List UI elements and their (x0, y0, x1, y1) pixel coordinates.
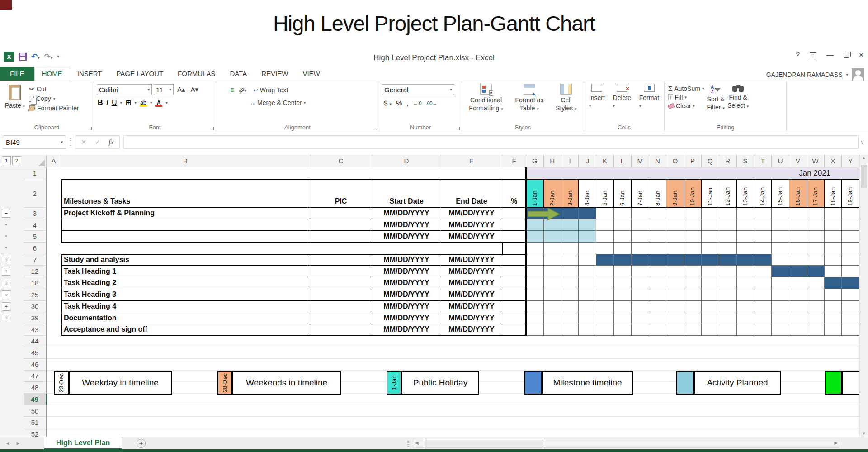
percent-cell-30[interactable] (502, 301, 526, 313)
gantt-cell-7-8-Jan[interactable] (649, 254, 667, 266)
column-header-N[interactable]: N (649, 155, 667, 167)
row-header-46[interactable]: 46 (24, 359, 47, 371)
gantt-cell-7-10-Jan[interactable] (684, 254, 702, 266)
gantt-cell-18-7-Jan[interactable] (632, 277, 649, 289)
borders-icon[interactable]: ⊞ (125, 98, 131, 107)
row-header-48[interactable]: 48 (24, 382, 47, 394)
gantt-cell-39-12-Jan[interactable] (719, 312, 737, 324)
percent-cell-3[interactable] (502, 208, 526, 219)
gantt-cell-25-12-Jan[interactable] (719, 289, 737, 301)
gantt-cell-3-14-Jan[interactable] (754, 208, 772, 219)
gantt-cell-3-16-Jan[interactable] (789, 208, 807, 219)
gantt-cell-39-3-Jan[interactable] (561, 312, 579, 324)
gantt-cell-12-2-Jan[interactable] (544, 266, 561, 277)
gantt-cell-4-3-Jan[interactable] (561, 219, 579, 231)
gantt-cell-30-10-Jan[interactable] (684, 301, 702, 313)
cell-a39[interactable] (47, 312, 61, 324)
task-cell-30[interactable]: Task Heading 4 (61, 301, 310, 313)
horizontal-scroll-thumb[interactable] (425, 440, 543, 447)
minimize-icon[interactable]: — (826, 51, 834, 59)
pic-cell-7[interactable] (310, 254, 372, 266)
gantt-cell-18-12-Jan[interactable] (719, 277, 737, 289)
gantt-cell-6-7-Jan[interactable] (632, 243, 649, 254)
gantt-cell-43-7-Jan[interactable] (632, 324, 649, 336)
pic-cell-12[interactable] (310, 266, 372, 277)
gantt-cell-5-12-Jan[interactable] (719, 231, 737, 243)
gantt-cell-39-5-Jan[interactable] (596, 312, 614, 324)
scroll-right-icon[interactable]: ▶ (834, 440, 838, 445)
gantt-cell-7-18-Jan[interactable] (825, 254, 842, 266)
gantt-cell-18-11-Jan[interactable] (702, 277, 719, 289)
font-size-select[interactable]: 11▾ (154, 84, 174, 95)
task-cell-18[interactable]: Task Heading 2 (61, 277, 310, 289)
gantt-cell-39-11-Jan[interactable] (702, 312, 719, 324)
insert-cells-button[interactable]: ← Insert▾ (589, 84, 605, 124)
percent-style-icon[interactable]: % (396, 99, 402, 107)
gantt-cell-30-1-Jan[interactable] (526, 301, 544, 313)
gantt-cell-3-17-Jan[interactable] (807, 208, 825, 219)
gantt-cell-39-8-Jan[interactable] (649, 312, 667, 324)
gantt-cell-39-10-Jan[interactable] (684, 312, 702, 324)
percent-cell-43[interactable] (502, 324, 526, 336)
month-banner[interactable]: Jan 2021 (526, 167, 859, 179)
column-header-F[interactable]: F (502, 155, 526, 167)
gantt-cell-30-17-Jan[interactable] (807, 301, 825, 313)
task-cell-7[interactable]: Study and analysis (61, 254, 310, 266)
gantt-cell-39-16-Jan[interactable] (789, 312, 807, 324)
gantt-cell-12-4-Jan[interactable] (579, 266, 596, 277)
gantt-cell-39-1-Jan[interactable] (526, 312, 544, 324)
collapse-outline-button[interactable]: − (2, 209, 10, 218)
gantt-cell-43-19-Jan[interactable] (842, 324, 859, 336)
gantt-cell-30-3-Jan[interactable] (561, 301, 579, 313)
cell-styles-button[interactable]: CellStyles ▾ (556, 84, 577, 124)
expand-outline-button[interactable]: + (2, 279, 10, 287)
fill-button[interactable]: ↓Fill ▾ (668, 94, 704, 101)
expand-outline-button[interactable]: + (2, 256, 10, 264)
row-header-39[interactable]: 39 (24, 312, 47, 324)
italic-icon[interactable]: I (106, 99, 108, 107)
vertical-scrollbar[interactable]: ▲ ▼ (859, 155, 868, 437)
number-dialog-launcher-icon[interactable] (456, 127, 460, 130)
find-select-button[interactable]: Find &Select ▾ (727, 83, 749, 124)
gantt-cell-12-9-Jan[interactable] (666, 266, 684, 277)
gantt-cell-6-13-Jan[interactable] (737, 243, 755, 254)
gantt-cell-4-12-Jan[interactable] (719, 219, 737, 231)
column-header-L[interactable]: L (614, 155, 632, 167)
cell-a7[interactable] (47, 254, 61, 266)
gantt-cell-18-4-Jan[interactable] (579, 277, 596, 289)
gantt-cell-39-15-Jan[interactable] (772, 312, 789, 324)
tab-file[interactable]: FILE (0, 67, 34, 81)
column-header-U[interactable]: U (772, 155, 789, 167)
gantt-cell-43-12-Jan[interactable] (719, 324, 737, 336)
alignment-dialog-launcher-icon[interactable] (373, 127, 377, 130)
column-header-D[interactable]: D (372, 155, 441, 167)
gantt-cell-18-10-Jan[interactable] (684, 277, 702, 289)
empty-row-44[interactable] (47, 336, 859, 347)
gantt-cell-30-19-Jan[interactable] (842, 301, 859, 313)
gantt-cell-3-7-Jan[interactable] (632, 208, 649, 219)
gantt-cell-30-8-Jan[interactable] (649, 301, 667, 313)
gantt-cell-25-6-Jan[interactable] (614, 289, 632, 301)
gantt-cell-39-4-Jan[interactable] (579, 312, 596, 324)
gantt-cell-6-4-Jan[interactable] (579, 243, 596, 254)
end-date-cell-3[interactable]: MM/DD/YYYY (441, 208, 502, 219)
gantt-cell-30-13-Jan[interactable] (737, 301, 755, 313)
end-date-cell-7[interactable]: MM/DD/YYYY (441, 254, 502, 266)
header-milestones-tasks[interactable]: Milestones & Tasks (61, 179, 310, 208)
gantt-cell-43-3-Jan[interactable] (561, 324, 579, 336)
gantt-cell-18-6-Jan[interactable] (614, 277, 632, 289)
empty-row-51[interactable] (47, 417, 859, 428)
gantt-cell-43-15-Jan[interactable] (772, 324, 789, 336)
gantt-cell-5-14-Jan[interactable] (754, 231, 772, 243)
empty-row-46[interactable] (47, 359, 859, 371)
delete-cells-button[interactable]: × Delete▾ (613, 84, 631, 124)
header-pic[interactable]: PIC (310, 179, 372, 208)
expand-outline-button[interactable]: + (2, 302, 10, 311)
font-dialog-launcher-icon[interactable] (210, 127, 214, 130)
gantt-cell-7-16-Jan[interactable] (789, 254, 807, 266)
date-header-6-Jan[interactable]: 6-Jan (614, 179, 632, 208)
gantt-cell-12-13-Jan[interactable] (737, 266, 755, 277)
cell-a5[interactable] (47, 231, 61, 243)
gantt-cell-6-11-Jan[interactable] (702, 243, 719, 254)
gantt-cell-39-13-Jan[interactable] (737, 312, 755, 324)
